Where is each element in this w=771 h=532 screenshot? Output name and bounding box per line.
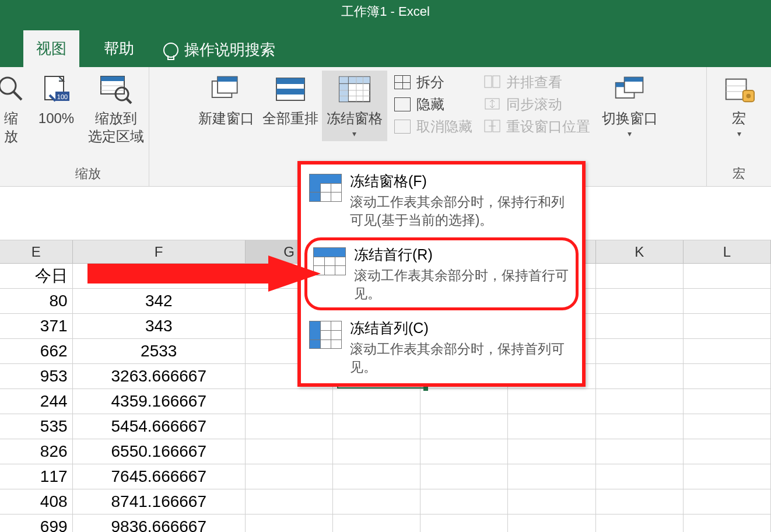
cell[interactable] <box>684 264 771 288</box>
cell[interactable] <box>684 339 771 363</box>
cell[interactable] <box>508 464 595 489</box>
cell[interactable] <box>420 489 508 514</box>
cell[interactable]: 953 <box>0 364 73 388</box>
cell[interactable]: 8741.166667 <box>73 489 246 514</box>
side-by-side-icon <box>484 75 500 89</box>
col-header-K[interactable]: K <box>596 240 684 263</box>
cell[interactable] <box>684 439 771 464</box>
cell[interactable] <box>420 464 508 489</box>
freeze-top-row-option[interactable]: 冻结首行(R) 滚动工作表其余部分时，保持首行可见。 <box>304 237 579 310</box>
cell[interactable] <box>508 414 595 439</box>
cell[interactable]: 535 <box>0 414 73 439</box>
cell[interactable] <box>684 289 771 313</box>
cell[interactable]: 7645.666667 <box>73 464 246 489</box>
freeze-first-col-option[interactable]: 冻结首列(C) 滚动工作表其余部分时，保持首列可见。 <box>301 312 582 383</box>
cell[interactable] <box>420 414 508 439</box>
tab-view[interactable]: 视图 <box>23 30 79 67</box>
cell[interactable] <box>596 414 684 439</box>
sync-scroll-button[interactable]: 同步滚动 <box>484 95 590 114</box>
cell[interactable]: 662 <box>0 339 73 363</box>
cell[interactable]: 826 <box>0 439 73 464</box>
cell[interactable] <box>246 489 333 514</box>
cell[interactable] <box>684 414 771 439</box>
cell[interactable] <box>508 489 595 514</box>
freeze-panes-button[interactable]: 冻结窗格 ▾ <box>322 71 387 141</box>
cell[interactable]: 4359.166667 <box>73 389 246 414</box>
cell[interactable] <box>246 414 333 439</box>
cell[interactable] <box>246 464 333 489</box>
magnifier-icon <box>0 73 27 106</box>
group-label-macros: 宏 <box>733 163 745 184</box>
freeze-top-row-option-title: 冻结首行(R) <box>354 245 570 264</box>
cell[interactable]: 6550.166667 <box>73 439 246 464</box>
cell[interactable] <box>508 439 595 464</box>
cell[interactable]: 2533 <box>73 339 246 363</box>
cell[interactable] <box>333 514 420 532</box>
cell[interactable] <box>508 389 595 414</box>
zoom-100-button[interactable]: 100 100% <box>30 71 83 130</box>
cell[interactable] <box>684 489 771 514</box>
arrange-all-icon <box>274 73 307 106</box>
arrange-all-button[interactable]: 全部重排 <box>261 71 320 130</box>
new-window-button[interactable]: 新建窗口 <box>194 71 259 130</box>
cell[interactable] <box>596 514 684 532</box>
col-header-L[interactable]: L <box>684 240 771 263</box>
cell[interactable] <box>333 489 420 514</box>
cell[interactable]: 本周 <box>73 264 246 288</box>
cell[interactable] <box>333 439 420 464</box>
cell[interactable] <box>508 514 595 532</box>
switch-window-button[interactable]: 切换窗口 ▾ <box>597 71 663 141</box>
col-header-F[interactable]: F <box>73 240 246 263</box>
freeze-panes-option-title: 冻结窗格(F) <box>350 172 574 191</box>
cell[interactable] <box>333 389 420 414</box>
cell[interactable] <box>333 464 420 489</box>
cell[interactable] <box>684 514 771 532</box>
tab-help[interactable]: 帮助 <box>91 30 147 67</box>
cell[interactable]: 80 <box>0 289 73 313</box>
svg-rect-34 <box>624 77 643 81</box>
cell[interactable] <box>596 439 684 464</box>
hide-button[interactable]: 隐藏 <box>394 95 472 114</box>
side-by-side-button[interactable]: 并排查看 <box>484 73 590 92</box>
cell[interactable] <box>420 389 508 414</box>
cell[interactable] <box>596 464 684 489</box>
cell[interactable]: 今日 <box>0 264 73 288</box>
cell[interactable] <box>333 414 420 439</box>
zoom-selection-button[interactable]: 缩放到 选定区域 <box>86 71 146 148</box>
cell[interactable] <box>596 314 684 338</box>
cell[interactable] <box>246 514 333 532</box>
cell[interactable]: 3263.666667 <box>73 364 246 388</box>
cell[interactable]: 244 <box>0 389 73 414</box>
svg-rect-27 <box>493 76 500 88</box>
reset-position-button[interactable]: 重设窗口位置 <box>484 117 590 136</box>
cell[interactable] <box>596 264 684 288</box>
cell[interactable] <box>684 389 771 414</box>
cell[interactable]: 371 <box>0 314 73 338</box>
cell[interactable] <box>246 389 333 414</box>
zoom-button[interactable]: 缩 放 <box>0 71 24 148</box>
cell[interactable]: 699 <box>0 514 73 532</box>
cell[interactable] <box>596 339 684 363</box>
cell[interactable] <box>684 364 771 388</box>
cell[interactable] <box>596 364 684 388</box>
cell[interactable] <box>684 314 771 338</box>
cell[interactable]: 342 <box>73 289 246 313</box>
cell[interactable]: 408 <box>0 489 73 514</box>
macros-button[interactable]: 宏 ▾ <box>711 71 767 141</box>
cell[interactable]: 9836.666667 <box>73 514 246 532</box>
cell[interactable] <box>420 439 508 464</box>
cell[interactable] <box>684 464 771 489</box>
cell[interactable]: 343 <box>73 314 246 338</box>
cell[interactable] <box>246 439 333 464</box>
tell-me-search[interactable]: 操作说明搜索 <box>159 33 280 67</box>
cell[interactable] <box>596 489 684 514</box>
cell[interactable]: 5454.666667 <box>73 414 246 439</box>
cell[interactable] <box>596 389 684 414</box>
col-header-E[interactable]: E <box>0 240 73 263</box>
split-button[interactable]: 拆分 <box>394 73 472 92</box>
unhide-button[interactable]: 取消隐藏 <box>394 117 472 136</box>
cell[interactable]: 117 <box>0 464 73 489</box>
freeze-panes-option[interactable]: 冻结窗格(F) 滚动工作表其余部分时，保持行和列可见(基于当前的选择)。 <box>301 164 582 236</box>
cell[interactable] <box>596 289 684 313</box>
cell[interactable] <box>420 514 508 532</box>
